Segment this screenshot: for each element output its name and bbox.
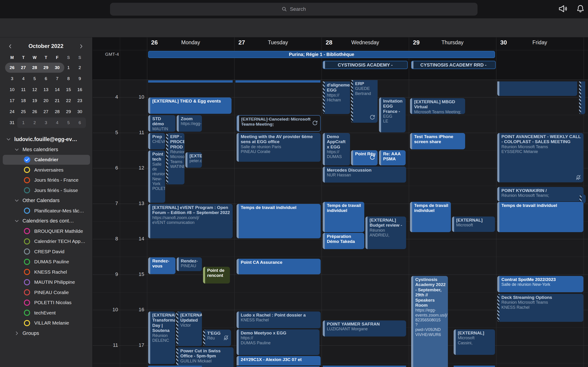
calendar-event[interactable]: ERP - PROCESS PRODRéunion Microsoft Team… bbox=[166, 133, 184, 184]
calendar-event[interactable]: Préparation Démo Takeda bbox=[323, 233, 364, 249]
calendar-event[interactable]: Test Teams iPhone screen share bbox=[410, 133, 465, 149]
calendar-event[interactable]: Zoomhttps://egg- bbox=[177, 115, 202, 132]
minical-day[interactable]: 16 bbox=[74, 87, 86, 92]
calendar-event[interactable]: Invitation EGG France -EGGLE bbox=[379, 98, 406, 132]
minical-day[interactable]: 15 bbox=[63, 87, 74, 92]
calendar-event[interactable]: [EXTERpeter.cs bbox=[185, 152, 202, 168]
calendar-event[interactable] bbox=[237, 366, 320, 367]
minical-day[interactable]: 1 bbox=[18, 120, 29, 125]
minical-day[interactable]: 10 bbox=[6, 87, 18, 92]
calendar-event[interactable] bbox=[497, 81, 577, 96]
minical-day[interactable]: 12 bbox=[29, 87, 40, 92]
calendar-event[interactable]: [EXTERNAL]Microsoft bbox=[452, 217, 495, 232]
sidebar-section-header[interactable]: Calendriers des cont… bbox=[0, 216, 92, 226]
calendar-event[interactable]: Point Réu bbox=[351, 150, 378, 165]
calendar-event[interactable] bbox=[148, 366, 202, 367]
calendar-event[interactable]: Deck Streaming OptionsRéunion Microsoft … bbox=[497, 294, 583, 322]
calendar-event[interactable]: Demo AppCraft x EGGhttps://DUMAS bbox=[323, 133, 350, 165]
calendar-event[interactable] bbox=[323, 366, 406, 367]
sidebar-item-anniversaires[interactable]: Anniversaires bbox=[0, 165, 92, 175]
calendar-event[interactable]: Temps de travail individuel bbox=[497, 202, 583, 232]
minical-day[interactable]: 24 bbox=[6, 109, 18, 114]
minical-day[interactable]: 6 bbox=[40, 76, 52, 81]
calendar-event[interactable] bbox=[148, 80, 233, 83]
minical-day[interactable]: 13 bbox=[40, 87, 52, 92]
calendar-event[interactable]: [EXTERNAL] Transformation Day | SoutenaR… bbox=[148, 311, 175, 364]
minical-day[interactable]: 29 bbox=[40, 65, 52, 70]
sidebar-item-mautin-philippine[interactable]: MAUTIN Philippine bbox=[0, 277, 92, 287]
allday-event[interactable]: CYSTINOSIS ACADEMY RRD - bbox=[411, 61, 496, 69]
calendar-event[interactable]: [EXTERNAL]MicrosoftCassini, bbox=[454, 329, 495, 355]
minical-day[interactable]: 9 bbox=[74, 76, 86, 81]
minical-day[interactable]: 31 bbox=[6, 120, 18, 125]
minical-day[interactable]: 23 bbox=[74, 98, 86, 103]
sidebar-account[interactable]: ludovic.fouille@egg-ev… bbox=[0, 134, 92, 144]
calendar-event[interactable]: Cystinosis Academy 2022 - September, 29t… bbox=[411, 276, 448, 367]
calendar-event[interactable]: Meeting with the AV provider 6ème sens a… bbox=[237, 133, 321, 162]
sidebar-item-groups[interactable]: Groups bbox=[0, 328, 92, 339]
calendar-event[interactable]: T'EGGRéu bbox=[203, 330, 231, 346]
sidebar-item-calendrier[interactable]: Calendrier bbox=[0, 155, 92, 165]
calendar-event[interactable]: Point CA Assurance bbox=[237, 259, 321, 274]
minical-day[interactable]: 11 bbox=[18, 87, 29, 92]
minical-day[interactable]: 5 bbox=[63, 120, 74, 125]
calendar-event[interactable]: 24Y29C1X - Alexion J3C 07 et bbox=[237, 356, 321, 365]
minical-day[interactable]: 7 bbox=[52, 76, 63, 81]
minical-day[interactable]: 30 bbox=[74, 109, 86, 114]
calendar-event[interactable]: Point techSalle de réunion New-YorkPOLET… bbox=[148, 150, 165, 203]
sidebar-section-header[interactable]: Mes calendriers bbox=[0, 144, 92, 155]
minical-day[interactable]: 2 bbox=[74, 65, 86, 70]
minical-day[interactable]: 30 bbox=[52, 65, 63, 70]
sidebar-item-pineau-coralie[interactable]: PINEAU Coralie bbox=[0, 287, 92, 298]
calendar-event[interactable]: [EXTERNAL] Canceled: Microsoft Teams Mee… bbox=[237, 115, 321, 132]
calendar-event[interactable]: Temps de travail individuel bbox=[237, 204, 321, 238]
notifications-bell-icon[interactable] bbox=[576, 4, 585, 13]
sidebar-item-brouquier-mathilde[interactable]: BROUQUIER Mathilde bbox=[0, 226, 92, 236]
calendar-event[interactable]: [EXTERNAL] THEO & Egg events bbox=[148, 98, 232, 114]
minical-day[interactable]: 5 bbox=[29, 76, 40, 81]
minical-next-month-chevron-icon[interactable] bbox=[78, 43, 84, 49]
calendar-event[interactable]: Temps de travail individuel bbox=[410, 202, 451, 232]
minical-day[interactable]: 26 bbox=[6, 65, 18, 70]
minical-day[interactable]: 17 bbox=[6, 98, 18, 103]
allday-event[interactable]: CYSTINOSIS ACADEMY - bbox=[323, 61, 408, 69]
minical-day[interactable]: 3 bbox=[40, 120, 52, 125]
minical-day[interactable]: 2 bbox=[29, 120, 40, 125]
calendar-event[interactable]: Point de rencont bbox=[203, 267, 230, 284]
search-input[interactable]: Search bbox=[110, 3, 477, 16]
sidebar-item-villar-melanie[interactable]: VILLAR Melanie bbox=[0, 318, 92, 328]
minical-day[interactable]: 21 bbox=[52, 98, 63, 103]
calendar-event[interactable]: Ludo x Rachel : Point dossier aKNESS Rac… bbox=[237, 311, 321, 328]
calendar-event[interactable]: Re: AAA PSMA bbox=[379, 150, 406, 165]
minical-day[interactable]: 28 bbox=[52, 109, 63, 114]
calendar-event[interactable]: [EXTERNAL] Budget review -RéunionANDRIEU… bbox=[365, 217, 406, 249]
calendar-event[interactable]: Demo Meetyoo x EGGhttps://DUMAS Pauline bbox=[237, 329, 320, 355]
sidebar-section-header[interactable]: Other Calendars bbox=[0, 195, 92, 206]
minical-day[interactable]: 28 bbox=[29, 65, 40, 70]
sidebar-item-jours-f-ri-s-france[interactable]: Jours fériés - France bbox=[0, 175, 92, 185]
megaphone-icon[interactable] bbox=[558, 4, 568, 13]
minical-day[interactable]: 4 bbox=[52, 120, 63, 125]
calendar-event[interactable]: d'alignement EGGhttps://Hicham bbox=[323, 81, 350, 114]
minical-day[interactable]: 1 bbox=[63, 65, 74, 70]
calendar-event[interactable]: Contrat SpotMe 2022/2023Salle de réunion… bbox=[497, 276, 583, 292]
calendar-event[interactable]: STD démoMAUTIN bbox=[148, 115, 175, 132]
calendar-event[interactable]: Power Cut in Swiss Office - 5pm-9pmGUILL… bbox=[176, 347, 233, 367]
minical-day[interactable]: 22 bbox=[63, 98, 74, 103]
minical-day[interactable]: 29 bbox=[63, 109, 74, 114]
minical-day[interactable]: 27 bbox=[18, 65, 29, 70]
calendar-event[interactable]: ERPGUEDE Bertrand bbox=[351, 80, 378, 123]
minical-day[interactable]: 8 bbox=[63, 76, 74, 81]
calendar-event[interactable] bbox=[235, 80, 320, 83]
calendar-event[interactable]: [EXTERNAL] UpdatedVictor bbox=[176, 311, 202, 346]
minical-day[interactable]: 26 bbox=[29, 109, 40, 114]
minical-day[interactable]: 4 bbox=[18, 76, 29, 81]
allday-event[interactable]: Purina; Régie 1 - Bibliothèque bbox=[148, 51, 495, 58]
sidebar-item-calendrier-tech-app-[interactable]: Calendrier TECH App… bbox=[0, 236, 92, 247]
calendar-event[interactable]: PrepCHEVALI bbox=[148, 133, 165, 149]
minical-day[interactable]: 20 bbox=[40, 98, 52, 103]
calendar-event[interactable]: [EXTERNAL] eVENT Program : Open Forum – … bbox=[148, 204, 233, 238]
minical-day[interactable]: 6 bbox=[74, 120, 86, 125]
minical-day[interactable]: 19 bbox=[29, 98, 40, 103]
minical-day[interactable]: 14 bbox=[52, 87, 63, 92]
